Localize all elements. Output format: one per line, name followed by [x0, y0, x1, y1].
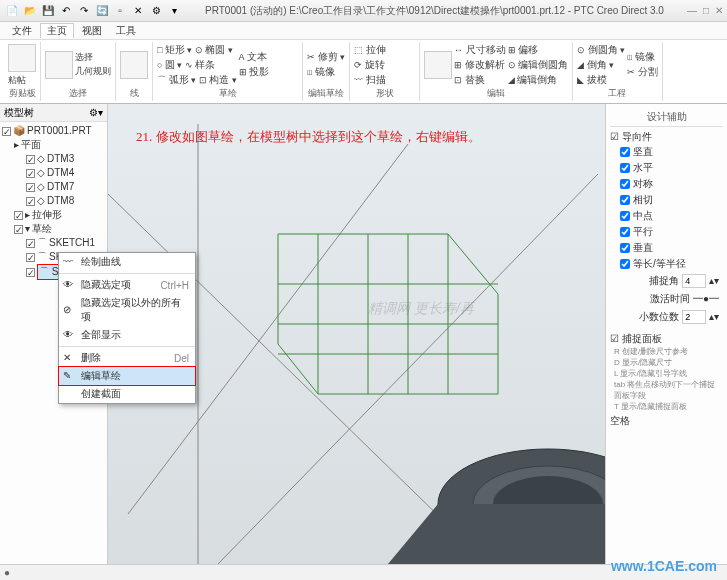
- section-snap-panel: ☑ 捕捉面板: [610, 332, 723, 346]
- chk-midpoint[interactable]: 中点: [610, 208, 723, 224]
- tree-node-extrude[interactable]: ▸ 拉伸形: [2, 208, 105, 222]
- undo-icon[interactable]: ↶: [58, 3, 74, 19]
- snap-angle-row: 捕捉角 ▴▾: [610, 272, 723, 290]
- cylinder-part: [388, 449, 605, 564]
- ribbon-group-eng: ⊙ 倒圆角 ▾ ◢ 倒角 ▾ ◣ 拔模 ⎅ 镜像 ✂ 分割 工程: [573, 42, 663, 101]
- window-title: PRT0001 (活动的) E:\Creo工作目录\工作文件\0912\Dire…: [182, 4, 687, 18]
- select-button[interactable]: [45, 51, 73, 79]
- close-window-icon[interactable]: ✕: [715, 5, 723, 16]
- context-menu: 〰绘制曲线 👁隐藏选定项Ctrl+H ⊘隐藏选定项以外的所有项 👁全部显示 ✕删…: [58, 252, 196, 404]
- chk-horizontal[interactable]: 水平: [610, 160, 723, 176]
- duration-row: 激活时间 ━●━: [610, 290, 723, 308]
- tree-node-dtm8[interactable]: ◇ DTM8: [2, 194, 105, 208]
- chk-tangent[interactable]: 相切: [610, 192, 723, 208]
- ctx-edit-sketch[interactable]: ✎编辑草绘: [59, 367, 195, 385]
- minimize-icon[interactable]: —: [687, 5, 697, 16]
- menu-file[interactable]: 文件: [6, 24, 38, 38]
- chk-symmetric[interactable]: 对称: [610, 176, 723, 192]
- section-space: 空格: [610, 412, 723, 430]
- tree-node-dtm4[interactable]: ◇ DTM4: [2, 166, 105, 180]
- quick-access-toolbar: 📄 📂 💾 ↶ ↷ 🔄 ▫ ✕ ⚙ ▾: [4, 3, 182, 19]
- ribbon-group-sketch: □ 矩形 ▾ ⊙ 椭圆 ▾ ○ 圆 ▾ ∿ 样条 ⌒ 弧形 ▾ ⊡ 构造 ▾ A…: [153, 42, 303, 101]
- regen-icon[interactable]: 🔄: [94, 3, 110, 19]
- design-aid-panel: 设计辅助 ☑ 导向件 坚直 水平 对称 相切 中点 平行 垂直 等长/等半径 捕…: [605, 104, 727, 564]
- annotation-text: 21. 修改如图草绘，在模型树中选择到这个草绘，右键编辑。: [136, 128, 481, 146]
- title-bar: 📄 📂 💾 ↶ ↷ 🔄 ▫ ✕ ⚙ ▾ PRT0001 (活动的) E:\Cre…: [0, 0, 727, 22]
- ctx-hide-others[interactable]: ⊘隐藏选定项以外的所有项: [59, 294, 195, 326]
- ribbon-group-line: 线: [116, 42, 153, 101]
- help-text: R 创建/删除尺寸参考 D 显示/隐藏尺寸 L 显示/隐藏引导字线 tab 将焦…: [610, 346, 723, 412]
- ribbon-group-clipboard: 粘帖 剪贴板: [4, 42, 41, 101]
- menu-view[interactable]: 视图: [76, 24, 108, 38]
- tree-node-dtm7[interactable]: ◇ DTM7: [2, 180, 105, 194]
- ribbon-group-select: 选择几何规则 选择: [41, 42, 116, 101]
- save-icon[interactable]: 💾: [40, 3, 56, 19]
- tree-node-plane[interactable]: ▸ 平面: [2, 138, 105, 152]
- status-icon: ●: [4, 567, 10, 578]
- tree-node-dtm3[interactable]: ◇ DTM3: [2, 152, 105, 166]
- chk-equal[interactable]: 等长/等半径: [610, 256, 723, 272]
- chk-vertical[interactable]: 坚直: [610, 144, 723, 160]
- tree-root[interactable]: 📦 PRT0001.PRT: [2, 124, 105, 138]
- redo-icon[interactable]: ↷: [76, 3, 92, 19]
- section-guides: ☑ 导向件: [610, 130, 723, 144]
- ribbon-group-move: ↔ 尺寸移动 ⊞ 修改解析 ⊡ 替换 ⊞ 偏移 ⊙ 编辑倒圆角 ◢ 编辑倒角 编…: [420, 42, 573, 101]
- chk-parallel[interactable]: 平行: [610, 224, 723, 240]
- chk-perpendicular[interactable]: 垂直: [610, 240, 723, 256]
- tree-node-sketch1[interactable]: ⌒ SKETCH1: [2, 236, 105, 250]
- maximize-icon[interactable]: □: [703, 5, 709, 16]
- paste-button[interactable]: [8, 44, 36, 72]
- tree-node-sketch-group[interactable]: ▾ 草绘: [2, 222, 105, 236]
- move-button[interactable]: [424, 51, 452, 79]
- line-button[interactable]: [120, 51, 148, 79]
- close-icon[interactable]: ✕: [130, 3, 146, 19]
- ribbon-group-shape: ⬚ 拉伸 ⟳ 旋转 〰 扫描 形状: [350, 42, 420, 101]
- ribbon-group-edit-sketch: ✂ 修剪 ▾ ⎅ 镜像 编辑草绘: [303, 42, 350, 101]
- ctx-draw-curve[interactable]: 〰绘制曲线: [59, 253, 195, 271]
- snap-angle-input[interactable]: [682, 274, 706, 288]
- tree-title: 模型树: [4, 106, 34, 120]
- watermark-center: 精调网 更长寿/再: [368, 300, 474, 318]
- menu-tools[interactable]: 工具: [110, 24, 142, 38]
- ctx-show-all[interactable]: 👁全部显示: [59, 326, 195, 344]
- aux-title: 设计辅助: [610, 108, 723, 127]
- decimals-input[interactable]: [682, 310, 706, 324]
- decimals-row: 小数位数 ▴▾: [610, 308, 723, 326]
- ctx-hide-selected[interactable]: 👁隐藏选定项Ctrl+H: [59, 276, 195, 294]
- menu-home[interactable]: 主页: [40, 23, 74, 38]
- settings-icon[interactable]: ⚙: [148, 3, 164, 19]
- ribbon: 粘帖 剪贴板 选择几何规则 选择 线 □ 矩形 ▾ ⊙ 椭圆 ▾ ○ 圆 ▾ ∿…: [0, 40, 727, 104]
- open-icon[interactable]: 📂: [22, 3, 38, 19]
- ctx-create-section[interactable]: 创建截面: [59, 385, 195, 403]
- tree-header: 模型树 ⚙▾: [0, 104, 107, 122]
- tree-settings-icon[interactable]: ⚙▾: [89, 107, 103, 118]
- window-controls: — □ ✕: [687, 5, 723, 16]
- watermark-url: www.1CAE.com: [611, 558, 717, 574]
- new-icon[interactable]: 📄: [4, 3, 20, 19]
- menu-bar: 文件 主页 视图 工具: [0, 22, 727, 40]
- win-icon[interactable]: ▫: [112, 3, 128, 19]
- dropdown-icon[interactable]: ▾: [166, 3, 182, 19]
- ctx-delete[interactable]: ✕删除Del: [59, 349, 195, 367]
